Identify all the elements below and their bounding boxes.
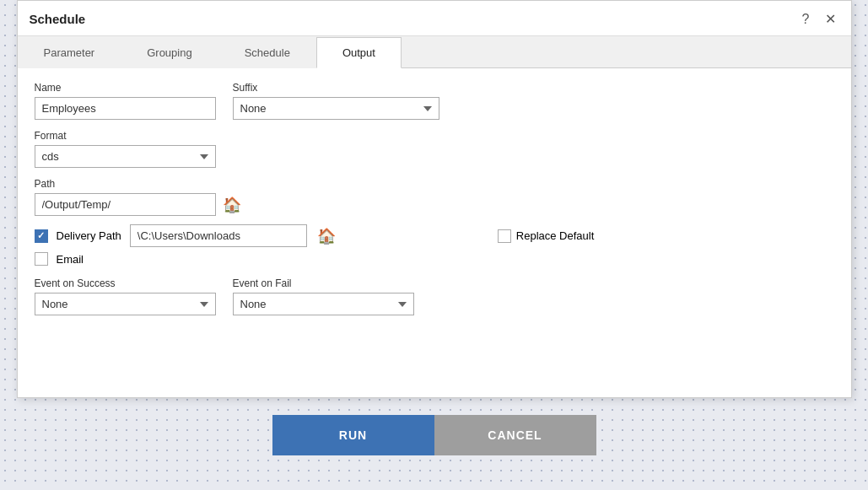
event-fail-select[interactable]: None bbox=[233, 293, 414, 315]
tab-parameter[interactable]: Parameter bbox=[18, 37, 121, 68]
email-label: Email bbox=[57, 253, 84, 266]
help-button[interactable]: ? bbox=[799, 10, 813, 29]
tab-grouping[interactable]: Grouping bbox=[121, 37, 218, 68]
dialog-title: Schedule bbox=[30, 12, 86, 26]
tab-content: Name Suffix None Date Time DateTime Form… bbox=[18, 68, 851, 397]
run-button[interactable]: RUN bbox=[272, 415, 434, 455]
cancel-button[interactable]: CANCEL bbox=[434, 415, 596, 455]
delivery-path-label: Delivery Path bbox=[57, 229, 121, 242]
tab-output[interactable]: Output bbox=[316, 37, 402, 68]
delivery-path-input[interactable] bbox=[130, 224, 307, 247]
bottom-bar: RUN CANCEL bbox=[272, 398, 596, 468]
format-label: Format bbox=[35, 130, 216, 142]
path-home-icon[interactable]: 🏠 bbox=[221, 194, 243, 216]
format-select[interactable]: cds csv xlsx pdf bbox=[35, 145, 216, 168]
replace-default-checkbox[interactable] bbox=[498, 229, 511, 243]
event-success-select[interactable]: None bbox=[35, 293, 216, 315]
name-input[interactable] bbox=[35, 97, 216, 120]
name-label: Name bbox=[35, 82, 216, 94]
event-fail-label: Event on Fail bbox=[233, 277, 414, 289]
email-checkbox[interactable] bbox=[35, 252, 48, 266]
suffix-select[interactable]: None Date Time DateTime bbox=[233, 97, 439, 120]
tab-schedule[interactable]: Schedule bbox=[218, 37, 316, 68]
close-button[interactable]: ✕ bbox=[822, 9, 839, 29]
event-success-label: Event on Success bbox=[35, 277, 216, 289]
tab-bar: Parameter Grouping Schedule Output bbox=[18, 36, 851, 68]
path-label: Path bbox=[35, 178, 834, 190]
delivery-home-icon[interactable]: 🏠 bbox=[315, 225, 337, 247]
replace-default-label: Replace Default bbox=[516, 229, 595, 242]
suffix-label: Suffix bbox=[233, 82, 439, 94]
path-input[interactable] bbox=[35, 193, 216, 216]
delivery-path-checkbox[interactable]: ✓ bbox=[35, 229, 48, 243]
